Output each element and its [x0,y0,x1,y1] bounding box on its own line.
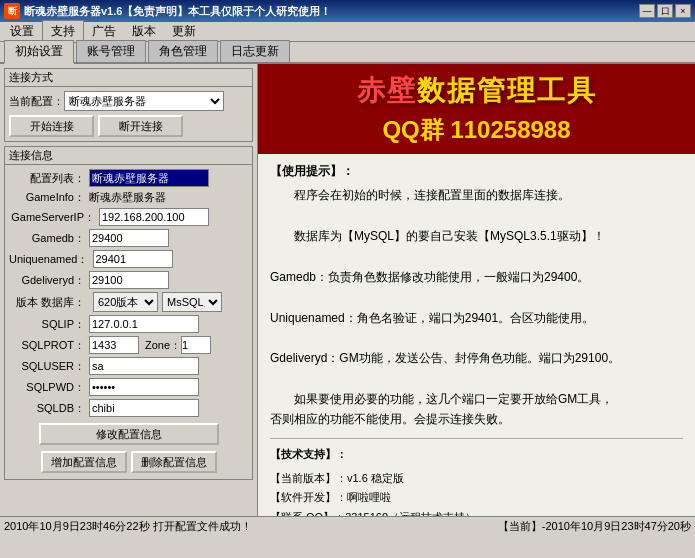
header-title-part2: 数据管理工具 [417,75,597,106]
sqlip-row: SQLIP： [9,315,248,333]
window-title: 断魂赤壁服务器v1.6【免责声明】本工具仅限于个人研究使用！ [24,4,331,19]
menu-bar: 设置 支持 广告 版本 更新 [0,22,695,42]
support-label-version: 【当前版本】： [270,469,347,489]
uniquenamed-label: Uniquenamed： [9,252,93,267]
connect-section-content: 当前配置： 断魂赤壁服务器 开始连接 断开连接 [5,87,252,141]
add-config-button[interactable]: 增加配置信息 [41,451,127,473]
tab-initial-settings[interactable]: 初始设置 [4,40,74,64]
connect-section-title: 连接方式 [5,69,252,87]
connect-section: 连接方式 当前配置： 断魂赤壁服务器 开始连接 断开连接 [4,68,253,142]
support-value-dev: 啊啦哩啦 [347,488,391,508]
database-select[interactable]: MsSQL库 [162,292,222,312]
status-left: 2010年10月9日23时46分22秒 打开配置文件成功！ [4,519,498,534]
sqlip-input[interactable] [89,315,199,333]
tab-log-update[interactable]: 日志更新 [220,40,290,62]
support-value-version: v1.6 稳定版 [347,469,404,489]
version-label: 版本 数据库： [9,295,89,310]
right-content: 【使用提示】： 程序会在初始的时候，连接配置里面的数据库连接。 数据库为【MyS… [258,154,695,516]
menu-version[interactable]: 版本 [124,21,164,42]
sqlprot-row: SQLPROT： Zone： [9,336,248,354]
menu-ads[interactable]: 广告 [84,21,124,42]
modify-config-button[interactable]: 修改配置信息 [39,423,219,445]
version-select[interactable]: 620版本 [93,292,158,312]
sqluser-label: SQLUSER： [9,359,89,374]
status-bar: 2010年10月9日23时46分22秒 打开配置文件成功！ 【当前】-2010年… [0,516,695,536]
sqlpwd-input[interactable] [89,378,199,396]
gamedb-row: Gamedb： [9,229,248,247]
tip-line-2: 数据库为【MySQL】的要自己安装【MySQL3.5.1驱动】！ [270,226,683,246]
config-list-row: 配置列表： [9,169,248,187]
info-section-content: 配置列表： GameInfo： 断魂赤壁服务器 GameServerIP： Ga… [5,165,252,479]
gdeliveryd-input[interactable] [89,271,169,289]
menu-settings[interactable]: 设置 [2,21,42,42]
sqlpwd-label: SQLPWD： [9,380,89,395]
support-label-dev: 【软件开发】： [270,488,347,508]
current-config-row: 当前配置： 断魂赤壁服务器 [9,91,248,111]
modify-btn-row: 修改配置信息 [9,421,248,447]
support-value-qq: 3315160（远程技术支持） [345,508,476,516]
qq-line: QQ群 110258988 [274,114,679,146]
gamedb-input[interactable] [89,229,169,247]
stop-connect-button[interactable]: 断开连接 [98,115,183,137]
minimize-button[interactable]: — [639,4,655,18]
uniquenamed-input[interactable] [93,250,173,268]
support-row-dev: 【软件开发】： 啊啦哩啦 [270,488,683,508]
title-bar-left: 断 断魂赤壁服务器v1.6【免责声明】本工具仅限于个人研究使用！ [4,3,331,19]
sqlpwd-row: SQLPWD： [9,378,248,396]
start-connect-button[interactable]: 开始连接 [9,115,94,137]
connect-buttons: 开始连接 断开连接 [9,115,248,137]
left-panel: 连接方式 当前配置： 断魂赤壁服务器 开始连接 断开连接 连接信息 配置列 [0,64,258,516]
header-title-part1: 赤壁 [357,75,417,106]
config-list-input[interactable] [89,169,209,187]
sqlprot-input[interactable] [89,336,139,354]
add-delete-btn-row: 增加配置信息 删除配置信息 [9,449,248,475]
support-label-qq: 【联系 QQ】： [270,508,345,516]
sqluser-row: SQLUSER： [9,357,248,375]
restore-button[interactable]: 口 [657,4,673,18]
support-row-qq: 【联系 QQ】： 3315160（远程技术支持） [270,508,683,516]
info-section-title: 连接信息 [5,147,252,165]
gameserver-input[interactable] [99,208,209,226]
gamedb-label: Gamedb： [9,231,89,246]
uniquenamed-row: Uniquenamed： [9,250,248,268]
close-button[interactable]: × [675,4,691,18]
info-section: 连接信息 配置列表： GameInfo： 断魂赤壁服务器 GameServerI… [4,146,253,480]
zone-input[interactable] [181,336,211,354]
menu-update[interactable]: 更新 [164,21,204,42]
sqldb-row: SQLDB： [9,399,248,417]
support-title: 【技术支持】： [270,445,683,465]
divider [270,438,683,439]
right-panel: 赤壁数据管理工具 QQ群 110258988 【使用提示】： 程序会在初始的时候… [258,64,695,516]
tip-line-5: Gdeliveryd：GM功能，发送公告、封停角色功能。端口为29100。 [270,348,683,368]
title-bar: 断 断魂赤壁服务器v1.6【免责声明】本工具仅限于个人研究使用！ — 口 × [0,0,695,22]
sqlip-label: SQLIP： [9,317,89,332]
current-config-dropdown[interactable]: 断魂赤壁服务器 [64,91,224,111]
config-list-label: 配置列表： [9,171,89,186]
gdeliveryd-label: Gdeliveryd： [9,273,89,288]
title-buttons[interactable]: — 口 × [639,4,691,18]
tab-bar: 初始设置 账号管理 角色管理 日志更新 [0,42,695,64]
zone-label: Zone： [145,338,181,353]
sqldb-label: SQLDB： [9,401,89,416]
right-header: 赤壁数据管理工具 QQ群 110258988 [258,64,695,154]
delete-config-button[interactable]: 删除配置信息 [131,451,217,473]
right-header-title: 赤壁数据管理工具 [274,72,679,110]
sqluser-input[interactable] [89,357,199,375]
gdeliveryd-row: Gdeliveryd： [9,271,248,289]
gameinfo-row: GameInfo： 断魂赤壁服务器 [9,190,248,205]
sqlprot-label: SQLPROT： [9,338,89,353]
gameinfo-label: GameInfo： [9,190,89,205]
tip-section: 【使用提示】： 程序会在初始的时候，连接配置里面的数据库连接。 数据库为【MyS… [270,162,683,430]
tab-account-management[interactable]: 账号管理 [76,40,146,62]
current-config-label: 当前配置： [9,94,64,109]
app-icon: 断 [4,3,20,19]
sqldb-input[interactable] [89,399,199,417]
tip-line-3: Gamedb：负责角色数据修改功能使用，一般端口为29400。 [270,267,683,287]
tab-role-management[interactable]: 角色管理 [148,40,218,62]
main-container: 连接方式 当前配置： 断魂赤壁服务器 开始连接 断开连接 连接信息 配置列 [0,64,695,516]
tip-text: 程序会在初始的时候，连接配置里面的数据库连接。 数据库为【MySQL】的要自己安… [270,185,683,430]
tip-line-1: 程序会在初始的时候，连接配置里面的数据库连接。 [270,185,683,205]
support-row-version: 【当前版本】： v1.6 稳定版 [270,469,683,489]
version-row: 版本 数据库： 620版本 MsSQL库 [9,292,248,312]
support-section: 【技术支持】： 【当前版本】： v1.6 稳定版 【软件开发】： 啊啦哩啦 【联… [270,445,683,516]
